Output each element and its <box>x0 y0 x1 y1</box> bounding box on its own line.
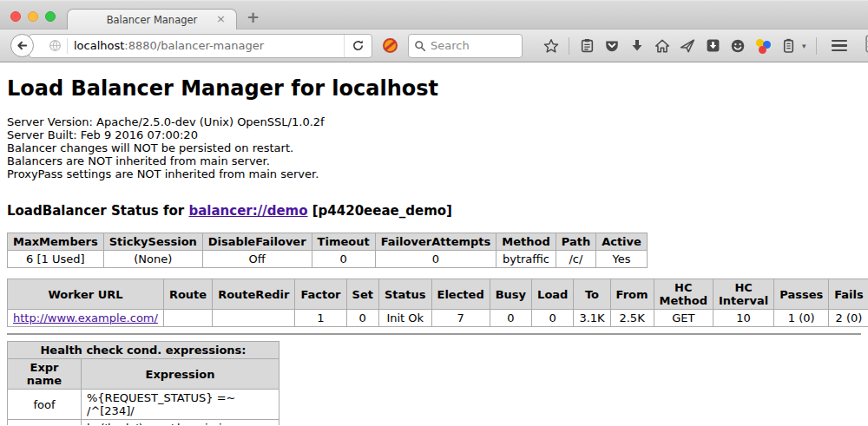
search-bar[interactable] <box>408 34 523 58</box>
bookmark-star-button[interactable] <box>543 38 559 54</box>
smiley-icon <box>730 38 746 54</box>
menu-button[interactable] <box>832 40 847 52</box>
home-icon <box>654 38 670 54</box>
cell-hc-method: GET <box>654 310 713 327</box>
server-version-line: Server Version: Apache/2.5.0-dev (Unix) … <box>7 115 861 128</box>
server-info: Server Version: Apache/2.5.0-dev (Unix) … <box>7 115 861 180</box>
column-header: Fails <box>829 279 868 310</box>
send-tab-button[interactable] <box>680 38 695 54</box>
column-header: Status <box>378 279 431 310</box>
url-text[interactable]: localhost:8880/balancer-manager <box>74 39 344 52</box>
downloads-button[interactable] <box>629 38 645 54</box>
pocket-icon <box>604 38 620 54</box>
cell-expr-name: foof2 <box>8 420 82 426</box>
tab-balancer-manager[interactable]: Balancer Manager × <box>67 9 237 29</box>
paper-plane-icon <box>680 38 695 54</box>
chevron-down-icon[interactable]: ▾ <box>802 42 806 50</box>
column-header: HC Interval <box>713 279 773 310</box>
table-row: http://www.example.com/ 1 0 Init Ok 7 0 … <box>8 310 868 327</box>
column-header: Active <box>596 233 648 251</box>
toolbar-divider <box>569 37 569 55</box>
cell-routeredir <box>213 310 295 327</box>
close-tab-icon[interactable]: × <box>216 13 226 25</box>
balancer-demo-link[interactable]: balancer://demo <box>188 203 307 219</box>
table-header-row: MaxMembers StickySession DisableFailover… <box>8 233 648 251</box>
column-header: Worker URL <box>8 279 164 310</box>
toolbar-divider-2 <box>816 37 817 55</box>
home-button[interactable] <box>654 38 670 54</box>
cell-method: bytraffic <box>496 251 556 268</box>
table-row: 6 [1 Used] (None) Off 0 0 bytraffic /c/ … <box>8 251 648 268</box>
save-to-device-button[interactable] <box>705 38 720 54</box>
cell-disablefailover: Off <box>202 251 312 268</box>
download-arrow-icon <box>630 39 644 53</box>
column-header: RouteRedir <box>213 279 295 310</box>
column-header: Timeout <box>312 233 375 251</box>
balancer-status-table: MaxMembers StickySession DisableFailover… <box>7 233 648 268</box>
boxed-download-icon <box>706 38 720 53</box>
cell-expr-name: foof <box>8 390 82 420</box>
search-input[interactable] <box>431 39 509 52</box>
cell-active: Yes <box>596 251 648 268</box>
feedback-button[interactable] <box>730 38 746 54</box>
column-header: Method <box>496 233 556 251</box>
column-header: From <box>610 279 654 310</box>
column-header: Expression <box>82 359 279 390</box>
worker-url-link[interactable]: http://www.example.com/ <box>13 311 158 324</box>
colorzilla-button[interactable] <box>755 38 771 54</box>
cell-route <box>163 310 212 327</box>
column-header: Factor <box>295 279 346 310</box>
cell-to: 3.1K <box>574 310 610 327</box>
zoom-window-button[interactable] <box>45 11 56 22</box>
red-dot-icon <box>759 46 766 54</box>
cell-path: /c/ <box>556 251 595 268</box>
navigation-toolbar: localhost:8880/balancer-manager <box>0 29 868 62</box>
cell-factor: 1 <box>295 310 346 327</box>
url-host: localhost <box>74 39 124 52</box>
column-header: MaxMembers <box>8 233 104 251</box>
extension-battery-button[interactable] <box>780 38 796 54</box>
toolbar-icons: ▾ <box>543 35 868 57</box>
pocket-button[interactable] <box>604 38 620 54</box>
flashblock-icon[interactable] <box>383 38 398 53</box>
bookmarks-list-button[interactable] <box>579 38 595 54</box>
menu-bar <box>832 40 847 43</box>
cell-busy: 0 <box>490 310 531 327</box>
search-icon <box>414 40 426 52</box>
cell-load: 0 <box>532 310 574 327</box>
close-window-button[interactable] <box>10 11 21 22</box>
column-header: StickySession <box>103 233 202 251</box>
site-identity-globe-icon <box>49 39 62 52</box>
page-title: Load Balancer Manager for localhost <box>7 62 861 101</box>
cell-set: 0 <box>346 310 378 327</box>
tiles-button[interactable] <box>865 35 868 57</box>
tab-title: Balancer Manager <box>107 14 198 26</box>
cell-expression: hc('body') =~ /domain is established/ <box>82 420 279 426</box>
reload-button[interactable] <box>344 35 372 57</box>
server-built-line: Server Built: Feb 9 2016 07:00:20 <box>7 128 861 141</box>
cell-elected: 7 <box>431 310 490 327</box>
column-header: Load <box>532 279 574 310</box>
back-button[interactable] <box>10 34 34 57</box>
column-header: HC Method <box>654 279 713 310</box>
tab-strip: Balancer Manager × + <box>0 0 868 29</box>
star-icon <box>543 38 559 54</box>
new-tab-button[interactable]: + <box>247 8 260 26</box>
column-header: Set <box>346 279 378 310</box>
health-check-table: Health check cond. expressions: Expr nam… <box>7 341 279 425</box>
cell-from: 2.5K <box>610 310 654 327</box>
column-header: Passes <box>774 279 829 310</box>
section-divider <box>7 333 861 335</box>
url-bar[interactable]: localhost:8880/balancer-manager <box>29 34 372 58</box>
status-heading-suffix: [p4420eeae_demo] <box>308 203 452 219</box>
column-header: Path <box>556 233 595 251</box>
minimize-window-button[interactable] <box>28 11 38 22</box>
table-header-row: Expr name Expression <box>8 359 279 390</box>
cell-stickysession: (None) <box>103 251 202 268</box>
battery-icon <box>782 38 795 53</box>
cell-worker-url: http://www.example.com/ <box>8 310 164 327</box>
url-path: :8880/balancer-manager <box>124 39 264 52</box>
column-header: DisableFailover <box>202 233 312 251</box>
back-arrow-icon <box>16 39 29 52</box>
cell-hc-interval: 10 <box>713 310 773 327</box>
